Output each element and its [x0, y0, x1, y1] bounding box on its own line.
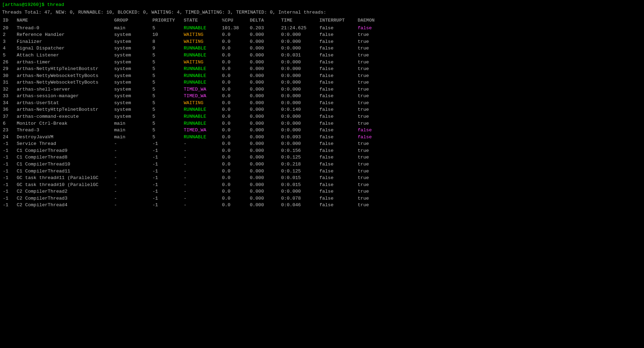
col-id: 20 [3, 25, 17, 32]
col-group: main [114, 127, 152, 134]
col-daemon: true [358, 79, 385, 86]
col-id: 4 [3, 45, 17, 52]
col-priority: 9 [152, 45, 184, 52]
col-cpu: 0.0 [222, 175, 250, 181]
table-row: -1GC task thread#10 (ParallelGC--1-0.00.… [2, 181, 642, 188]
col-id: 23 [3, 127, 17, 134]
col-daemon: true [358, 161, 385, 168]
col-cpu: 0.0 [222, 147, 250, 154]
col-cpu: 0.0 [222, 100, 250, 107]
col-name: Monitor Ctrl-Break [17, 120, 114, 127]
col-state: TIMED_WA [184, 127, 222, 134]
col-name: arthas-NettyWebsocketTtyBoots [17, 79, 114, 86]
header-daemon: DAEMON [358, 17, 385, 24]
col-interrupt: false [319, 195, 358, 202]
table-header: ID NAME GROUP PRIORITY STATE %CPU DELTA … [2, 17, 642, 24]
col-name: arthas-UserStat [17, 100, 114, 107]
col-cpu: 0.0 [222, 168, 250, 175]
col-name: Reference Handler [17, 31, 114, 38]
col-group: system [114, 52, 152, 59]
col-interrupt: false [319, 127, 358, 134]
col-state: WAITING [184, 59, 222, 66]
header-time: TIME [281, 17, 319, 24]
col-priority: 8 [152, 38, 184, 45]
col-daemon: true [358, 59, 385, 66]
header-id: ID [3, 17, 17, 24]
col-interrupt: false [319, 134, 358, 141]
col-name: arthas-NettyWebsocketTtyBoots [17, 72, 114, 79]
col-priority: -1 [152, 168, 184, 175]
col-interrupt: false [319, 181, 358, 188]
col-name: arthas-shell-server [17, 86, 114, 93]
header-cpu: %CPU [222, 17, 250, 24]
col-name: DestroyJavaVM [17, 134, 114, 141]
col-cpu: 0.0 [222, 45, 250, 52]
table-row: 5Attach Listenersystem5RUNNABLE0.00.0000… [2, 52, 642, 59]
col-group: main [114, 120, 152, 127]
col-interrupt: false [319, 175, 358, 181]
col-group: system [114, 59, 152, 66]
col-interrupt: false [319, 52, 358, 59]
col-interrupt: false [319, 106, 358, 113]
col-group: system [114, 65, 152, 72]
col-delta: 0.000 [250, 72, 281, 79]
col-interrupt: false [319, 31, 358, 38]
col-name: C1 CompilerThread9 [17, 147, 114, 154]
col-name: Thread-3 [17, 127, 114, 134]
col-cpu: 0.0 [222, 31, 250, 38]
col-delta: 0.000 [250, 79, 281, 86]
col-priority: 5 [152, 25, 184, 32]
header-group: GROUP [114, 17, 152, 24]
col-state: WAITING [184, 38, 222, 45]
col-daemon: true [358, 168, 385, 175]
table-row: -1Service Thread--1-0.00.0000:0.000false… [2, 140, 642, 147]
col-group: - [114, 195, 152, 202]
col-daemon: true [358, 188, 385, 195]
col-name: C1 CompilerThread11 [17, 168, 114, 175]
table-row: -1C1 CompilerThread11--1-0.00.0000:0.125… [2, 168, 642, 175]
col-delta: 0.000 [250, 202, 281, 209]
table-row: 3Finalizersystem8WAITING0.00.0000:0.000f… [2, 38, 642, 45]
col-daemon: true [358, 45, 385, 52]
col-delta: 0.000 [250, 59, 281, 66]
col-group: - [114, 140, 152, 147]
col-id: 29 [3, 65, 17, 72]
col-interrupt: false [319, 59, 358, 66]
col-interrupt: false [319, 154, 358, 161]
col-interrupt: false [319, 25, 358, 32]
col-name: C2 CompilerThread4 [17, 202, 114, 209]
col-time: 0:0.046 [281, 202, 319, 209]
col-daemon: false [358, 127, 385, 134]
table-row: -1C1 CompilerThread10--1-0.00.0000:0.218… [2, 161, 642, 168]
col-delta: 0.000 [250, 38, 281, 45]
col-id: 3 [3, 38, 17, 45]
header-delta: DELTA [250, 17, 281, 24]
col-interrupt: false [319, 140, 358, 147]
col-group: - [114, 168, 152, 175]
col-id: -1 [3, 188, 17, 195]
col-interrupt: false [319, 93, 358, 100]
col-daemon: true [358, 140, 385, 147]
col-cpu: 0.0 [222, 134, 250, 141]
col-delta: 0.000 [250, 175, 281, 181]
col-name: Signal Dispatcher [17, 45, 114, 52]
col-time: 0:0.000 [281, 59, 319, 66]
col-time: 0:0.015 [281, 175, 319, 181]
col-id: -1 [3, 154, 17, 161]
col-state: RUNNABLE [184, 25, 222, 32]
col-name: GC task thread#10 (ParallelGC [17, 181, 114, 188]
col-daemon: true [358, 181, 385, 188]
col-time: 0:0.000 [281, 38, 319, 45]
col-state: RUNNABLE [184, 106, 222, 113]
col-daemon: true [358, 113, 385, 120]
col-id: 32 [3, 86, 17, 93]
col-interrupt: false [319, 202, 358, 209]
col-delta: 0.000 [250, 106, 281, 113]
col-priority: -1 [152, 161, 184, 168]
col-interrupt: false [319, 79, 358, 86]
col-priority: 5 [152, 113, 184, 120]
col-delta: 0.000 [250, 31, 281, 38]
col-group: main [114, 134, 152, 141]
col-name: GC task thread#11 (ParallelGC [17, 175, 114, 181]
col-delta: 0.000 [250, 161, 281, 168]
